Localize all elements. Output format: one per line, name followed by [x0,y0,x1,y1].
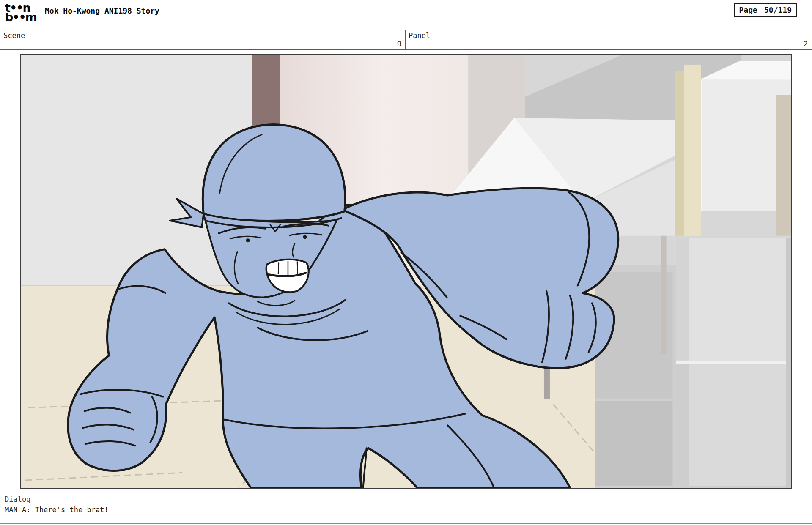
page-label: Page [739,5,757,14]
crate-upper [676,238,786,361]
left-pupil [246,238,250,242]
dialog-box: Dialog MAN A: There's the brat! [0,492,812,524]
page-value: 50/119 [764,5,792,14]
beige-strip-dark [675,71,684,236]
panel-cell: Panel 2 [405,30,812,50]
panel-label: Panel [409,31,430,40]
crate-lower [676,364,786,486]
beige-strip [684,65,701,236]
dialog-label: Dialog [5,494,807,505]
page-indicator: Page 50/119 [734,3,797,17]
panel-number: 2 [804,40,808,48]
shadow-box-lower [595,401,673,486]
right-pupil [303,235,307,239]
scene-label: Scene [3,31,25,40]
document-title: Mok Ho-Kwong ANI198 Story [45,6,159,15]
header: t••nb••m Mok Ho-Kwong ANI198 Story Page … [0,0,812,30]
logo-line2: b••m [5,11,36,24]
scene-panel-row: Scene 9 Panel 2 [0,30,812,50]
scene-number: 9 [397,40,401,48]
toonboom-logo: t••nb••m [5,3,36,22]
scene-cell: Scene 9 [0,30,406,50]
storyboard-panel [20,54,792,489]
dialog-text: MAN A: There's the brat! [5,505,807,515]
table-leg-right [661,227,667,354]
storyboard-drawing [21,55,791,488]
